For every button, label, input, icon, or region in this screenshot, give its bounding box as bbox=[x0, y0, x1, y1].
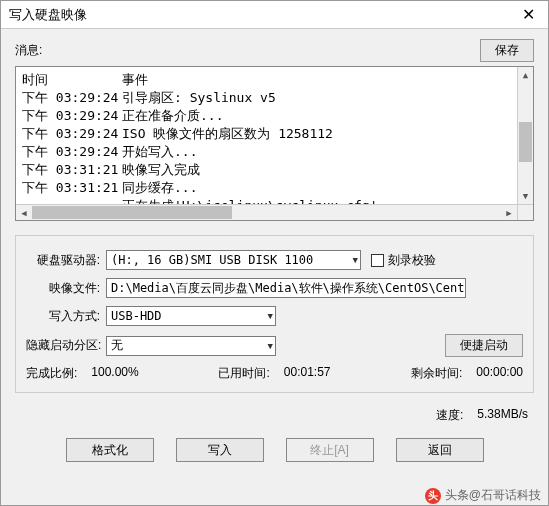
speed-row: 速度: 5.38MB/s bbox=[15, 407, 534, 424]
log-time: 下午 03:29:24 bbox=[22, 143, 122, 161]
drive-row: 硬盘驱动器: (H:, 16 GB)SMI USB DISK 1100 ▼ 刻录… bbox=[26, 250, 523, 270]
close-button[interactable]: ✕ bbox=[508, 1, 548, 28]
abort-button: 终止[A] bbox=[286, 438, 374, 462]
image-value: D:\Media\百度云同步盘\Media\软件\操作系统\CentOS\Cen… bbox=[111, 280, 466, 297]
log-event: 正在准备介质... bbox=[122, 107, 223, 125]
image-path-field[interactable]: D:\Media\百度云同步盘\Media\软件\操作系统\CentOS\Cen… bbox=[106, 278, 466, 298]
content-area: 消息: 保存 时间 事件 下午 03:29:24引导扇区: Syslinux v… bbox=[1, 29, 548, 505]
scroll-right-icon[interactable]: ▶ bbox=[501, 205, 517, 220]
write-mode-label: 写入方式: bbox=[26, 308, 106, 325]
hidden-value: 无 bbox=[111, 337, 123, 354]
log-row[interactable]: 下午 03:31:21映像写入完成 bbox=[22, 161, 527, 179]
log-row[interactable]: 下午 03:31:21同步缓存... bbox=[22, 179, 527, 197]
percent-label: 完成比例: bbox=[26, 365, 77, 382]
log-header-time: 时间 bbox=[22, 71, 122, 89]
drive-select[interactable]: (H:, 16 GB)SMI USB DISK 1100 ▼ bbox=[106, 250, 361, 270]
elapsed-label: 已用时间: bbox=[218, 365, 269, 382]
log-time: 下午 03:29:24 bbox=[22, 125, 122, 143]
message-header-row: 消息: 保存 bbox=[15, 39, 534, 62]
image-row: 映像文件: D:\Media\百度云同步盘\Media\软件\操作系统\Cent… bbox=[26, 278, 523, 298]
quick-boot-button[interactable]: 便捷启动 bbox=[445, 334, 523, 357]
watermark-text: 头条@石哥话科技 bbox=[445, 487, 541, 504]
write-mode-value: USB-HDD bbox=[111, 309, 162, 323]
scroll-down-icon[interactable]: ▼ bbox=[518, 188, 533, 204]
image-label: 映像文件: bbox=[26, 280, 106, 297]
chevron-down-icon: ▼ bbox=[350, 255, 358, 265]
scroll-corner bbox=[517, 204, 533, 220]
remain-label: 剩余时间: bbox=[411, 365, 462, 382]
save-button[interactable]: 保存 bbox=[480, 39, 534, 62]
log-event: ISO 映像文件的扇区数为 1258112 bbox=[122, 125, 333, 143]
watermark: 头 头条@石哥话科技 bbox=[425, 487, 541, 504]
form-area: 硬盘驱动器: (H:, 16 GB)SMI USB DISK 1100 ▼ 刻录… bbox=[15, 235, 534, 393]
write-button[interactable]: 写入 bbox=[176, 438, 264, 462]
hidden-row: 隐藏启动分区: 无 ▼ 便捷启动 bbox=[26, 334, 523, 357]
titlebar: 写入硬盘映像 ✕ bbox=[1, 1, 548, 29]
percent-value: 100.00% bbox=[91, 365, 138, 382]
button-bar: 格式化 写入 终止[A] 返回 bbox=[15, 438, 534, 462]
chevron-down-icon: ▼ bbox=[265, 311, 273, 321]
window-title: 写入硬盘映像 bbox=[1, 6, 87, 24]
format-button[interactable]: 格式化 bbox=[66, 438, 154, 462]
log-header: 时间 事件 bbox=[22, 71, 527, 89]
drive-label: 硬盘驱动器: bbox=[26, 252, 106, 269]
log-time: 下午 03:31:21 bbox=[22, 161, 122, 179]
stats-row: 完成比例: 100.00% 已用时间: 00:01:57 剩余时间: 00:00… bbox=[26, 365, 523, 382]
log-event: 开始写入... bbox=[122, 143, 197, 161]
log-time: 下午 03:29:24 bbox=[22, 107, 122, 125]
scroll-up-icon[interactable]: ▲ bbox=[518, 67, 533, 83]
hidden-select[interactable]: 无 ▼ bbox=[106, 336, 276, 356]
log-time: 下午 03:31:21 bbox=[22, 179, 122, 197]
checkbox-box bbox=[371, 254, 384, 267]
log-row[interactable]: 下午 03:29:24开始写入... bbox=[22, 143, 527, 161]
back-button[interactable]: 返回 bbox=[396, 438, 484, 462]
elapsed-value: 00:01:57 bbox=[284, 365, 331, 382]
horizontal-scrollbar[interactable]: ◀ ▶ bbox=[16, 204, 517, 220]
scroll-left-icon[interactable]: ◀ bbox=[16, 205, 32, 220]
hidden-label: 隐藏启动分区: bbox=[26, 337, 106, 354]
verify-checkbox[interactable]: 刻录校验 bbox=[371, 252, 436, 269]
log-event: 引导扇区: Syslinux v5 bbox=[122, 89, 276, 107]
log-inner: 时间 事件 下午 03:29:24引导扇区: Syslinux v5下午 03:… bbox=[16, 67, 533, 221]
log-listbox[interactable]: 时间 事件 下午 03:29:24引导扇区: Syslinux v5下午 03:… bbox=[15, 66, 534, 221]
verify-label: 刻录校验 bbox=[388, 252, 436, 269]
log-time: 下午 03:29:24 bbox=[22, 89, 122, 107]
remain-value: 00:00:00 bbox=[476, 365, 523, 382]
dialog-window: 写入硬盘映像 ✕ 消息: 保存 时间 事件 下午 03:29:24引导扇区: S… bbox=[0, 0, 549, 506]
write-mode-select[interactable]: USB-HDD ▼ bbox=[106, 306, 276, 326]
close-icon: ✕ bbox=[522, 5, 535, 24]
speed-label: 速度: bbox=[436, 407, 463, 424]
log-row[interactable]: 下午 03:29:24引导扇区: Syslinux v5 bbox=[22, 89, 527, 107]
log-event: 同步缓存... bbox=[122, 179, 197, 197]
log-header-event: 事件 bbox=[122, 71, 148, 89]
toutiao-icon: 头 bbox=[425, 488, 441, 504]
message-label: 消息: bbox=[15, 42, 42, 59]
vscroll-thumb[interactable] bbox=[519, 122, 532, 162]
chevron-down-icon: ▼ bbox=[265, 341, 273, 351]
speed-value: 5.38MB/s bbox=[477, 407, 528, 424]
hscroll-thumb[interactable] bbox=[32, 206, 232, 219]
vertical-scrollbar[interactable]: ▲ ▼ bbox=[517, 67, 533, 204]
drive-value: (H:, 16 GB)SMI USB DISK 1100 bbox=[111, 253, 313, 267]
log-row[interactable]: 下午 03:29:24正在准备介质... bbox=[22, 107, 527, 125]
log-event: 映像写入完成 bbox=[122, 161, 200, 179]
write-mode-row: 写入方式: USB-HDD ▼ bbox=[26, 306, 523, 326]
log-row[interactable]: 下午 03:29:24ISO 映像文件的扇区数为 1258112 bbox=[22, 125, 527, 143]
